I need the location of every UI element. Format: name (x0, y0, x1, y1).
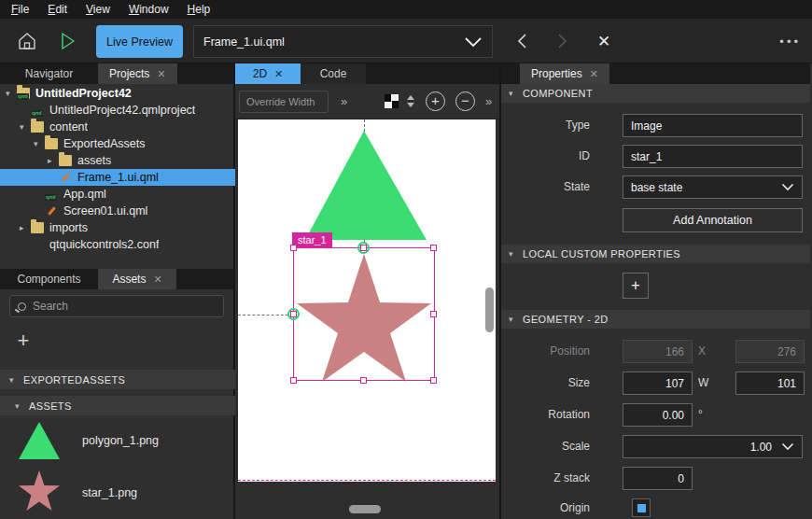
tree-item-project-root[interactable]: ▾ qml UntitledProject42 (0, 85, 235, 102)
search-input[interactable] (33, 300, 216, 313)
qmlproject-file-icon: qml (31, 105, 44, 116)
tab-components[interactable]: Components (0, 269, 98, 289)
tree-item-qmlproject[interactable]: qml UntitledProject42.qmlproject (0, 102, 235, 119)
menu-bar: File Edit View Window Help (0, 0, 812, 19)
resize-handle-n[interactable] (360, 245, 367, 251)
go-back-button[interactable] (510, 28, 534, 54)
resize-handle-nw[interactable] (290, 245, 297, 251)
size-width-field[interactable]: 107 (623, 372, 693, 395)
size-height-field[interactable]: 101 (735, 372, 805, 395)
folder-icon (31, 222, 44, 233)
rotation-field[interactable]: 0.00 (623, 403, 693, 427)
asset-item-star[interactable]: star_1.png (0, 467, 235, 519)
caret-down-icon: ▾ (509, 249, 513, 259)
close-tab-icon[interactable]: ✕ (153, 269, 161, 289)
z-stack-field[interactable]: 0 (623, 467, 693, 490)
editor-tabbar: 2D ✕ Code (235, 63, 499, 84)
state-row: State base state (501, 175, 810, 200)
run-project-button[interactable] (54, 28, 80, 54)
tab-code[interactable]: Code (301, 63, 366, 84)
polygon-1-shape[interactable] (305, 131, 427, 240)
scale-dropdown[interactable]: 1.00 (623, 435, 803, 458)
override-width-input[interactable] (239, 91, 329, 113)
chevron-down-icon (781, 183, 794, 191)
toolbar-overflow-icon[interactable]: » (341, 94, 347, 109)
menu-window[interactable]: Window (119, 0, 178, 19)
resize-handle-ne[interactable] (430, 245, 437, 251)
section-assets[interactable]: ▾ ASSETS (0, 396, 235, 415)
add-annotation-button[interactable]: Add Annotation (623, 208, 803, 232)
selection-label: star_1 (292, 232, 332, 247)
menu-file[interactable]: File (2, 0, 38, 19)
tree-item-conf[interactable]: qtquickcontrols2.conf (0, 236, 235, 253)
tree-item-assets[interactable]: ▸ assets (0, 152, 235, 169)
center-panel: 2D ✕ Code » + − » (235, 63, 501, 519)
more-options-button[interactable]: ••• (779, 28, 801, 54)
tab-assets[interactable]: Assets ✕ (98, 269, 176, 289)
background-checker-icon[interactable] (385, 94, 399, 108)
folder-icon (45, 138, 58, 149)
root-frame-boundary (238, 480, 496, 481)
search-icon (18, 302, 26, 311)
asset-search[interactable] (9, 295, 224, 317)
tab-2d[interactable]: 2D ✕ (235, 63, 301, 84)
play-icon (56, 30, 78, 52)
resize-handle-s[interactable] (360, 377, 367, 384)
tab-projects[interactable]: Projects ✕ (98, 63, 177, 84)
resize-handle-w[interactable] (290, 311, 297, 317)
selection-rectangle[interactable] (293, 247, 435, 381)
tab-navigator[interactable]: Navigator (0, 63, 98, 84)
menu-help[interactable]: Help (178, 0, 220, 19)
resize-handle-e[interactable] (430, 311, 437, 317)
zoom-in-button[interactable]: + (426, 91, 445, 111)
add-asset-button[interactable]: + (11, 329, 35, 353)
tree-item-frame1-uiqml[interactable]: Frame_1.ui.qml (0, 169, 235, 186)
caret-down-icon[interactable]: ▾ (34, 139, 45, 148)
origin-selector[interactable] (632, 498, 651, 517)
close-tab-icon[interactable]: ✕ (274, 63, 283, 84)
close-document-button[interactable]: ✕ (590, 28, 618, 54)
canvas-vertical-scrollbar[interactable] (485, 288, 494, 332)
state-dropdown[interactable]: base state (623, 175, 803, 199)
zoom-out-button[interactable]: − (455, 91, 475, 111)
section-component[interactable]: ▾ COMPONENT (501, 84, 810, 103)
degree-unit: ° (698, 408, 703, 421)
tree-item-imports[interactable]: ▸ imports (0, 219, 235, 236)
left-top-tabbar: Navigator Projects ✕ (0, 63, 233, 84)
id-field[interactable]: star_1 (623, 145, 803, 168)
add-custom-property-button[interactable]: + (623, 273, 649, 299)
caret-down-icon[interactable]: ▾ (20, 122, 31, 132)
asset-item-polygon[interactable]: polygon_1.png (0, 416, 235, 465)
caret-down-icon: ▾ (9, 375, 14, 385)
position-y-field: 276 (735, 340, 805, 363)
canvas-bottom-strip (235, 482, 499, 519)
menu-edit[interactable]: Edit (38, 0, 77, 19)
section-exportedassets[interactable]: ▾ EXPORTEDASSETS (0, 370, 235, 389)
live-preview-button[interactable]: Live Preview (96, 25, 183, 58)
section-geometry-2d[interactable]: ▾ GEOMETRY - 2D (501, 310, 810, 329)
tree-item-exportedassets[interactable]: ▾ ExportedAssets (0, 135, 235, 152)
chevron-down-icon (781, 442, 794, 451)
close-tab-icon[interactable]: ✕ (157, 63, 165, 84)
toolbar-overflow-icon[interactable]: » (485, 94, 492, 109)
tree-item-appqml[interactable]: qml App.qml (0, 186, 235, 203)
caret-right-icon[interactable]: ▸ (20, 223, 31, 232)
caret-down-icon[interactable]: ▾ (6, 89, 17, 98)
section-local-custom-properties[interactable]: ▾ LOCAL CUSTOM PROPERTIES (501, 245, 810, 263)
menu-view[interactable]: View (77, 0, 119, 19)
design-canvas[interactable]: star_1 (238, 119, 496, 482)
home-button[interactable] (14, 28, 40, 54)
go-forward-button[interactable] (551, 28, 575, 54)
resize-handle-sw[interactable] (290, 377, 297, 384)
folder-icon (31, 121, 44, 133)
tab-properties[interactable]: Properties ✕ (520, 63, 609, 84)
tree-item-content[interactable]: ▾ content (0, 119, 235, 135)
stepper-icon[interactable] (406, 94, 416, 108)
close-tab-icon[interactable]: ✕ (590, 63, 598, 84)
tree-item-screen01[interactable]: Screen01.ui.qml (0, 203, 235, 219)
type-field[interactable]: Image (623, 114, 803, 137)
open-document-dropdown[interactable]: Frame_1.ui.qml (193, 25, 493, 58)
caret-right-icon[interactable]: ▸ (48, 156, 59, 165)
canvas-horizontal-scrollbar[interactable] (349, 505, 381, 513)
resize-handle-se[interactable] (430, 377, 437, 384)
